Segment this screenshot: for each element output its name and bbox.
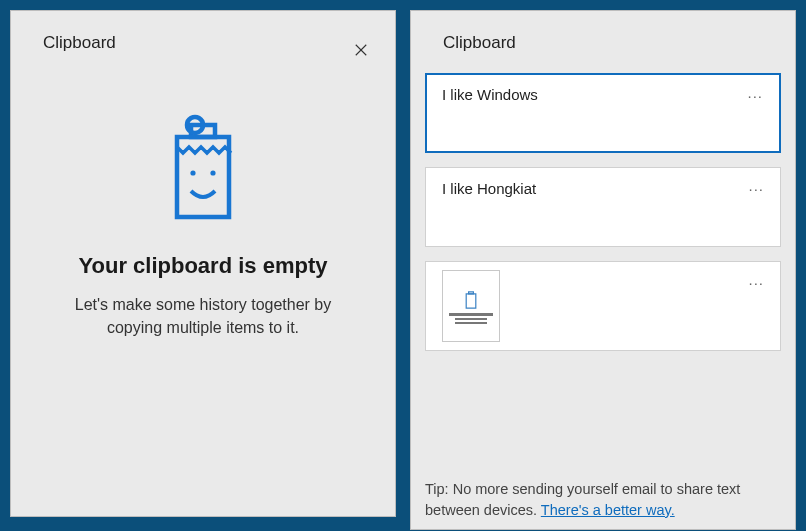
- svg-point-2: [190, 170, 195, 175]
- item-more-button[interactable]: ···: [747, 87, 763, 104]
- clipboard-item-text: I like Hongkiat: [442, 180, 764, 197]
- panel-title: Clipboard: [11, 11, 395, 53]
- more-icon: ···: [748, 180, 764, 197]
- tip-link[interactable]: There's a better way.: [541, 502, 675, 518]
- clipboard-history-panel: Clipboard I like Windows ··· I like Hong…: [410, 10, 796, 530]
- empty-state: Your clipboard is empty Let's make some …: [11, 53, 395, 339]
- clipboard-empty-panel: Clipboard Your clipboard is empty Let's …: [10, 10, 396, 517]
- history-list: I like Windows ··· I like Hongkiat ···: [411, 53, 795, 351]
- close-icon: [354, 43, 368, 57]
- thumb-text-line: [449, 313, 493, 316]
- clipboard-image-thumbnail: [442, 270, 500, 342]
- tip-bar: Tip: No more sending yourself email to s…: [425, 479, 781, 521]
- clipboard-item[interactable]: ···: [425, 261, 781, 351]
- item-more-button[interactable]: ···: [748, 274, 764, 291]
- panel-title: Clipboard: [411, 11, 795, 53]
- clipboard-item-text: I like Windows: [442, 86, 764, 103]
- clipboard-item[interactable]: I like Hongkiat ···: [425, 167, 781, 247]
- more-icon: ···: [748, 274, 764, 291]
- clipboard-smile-icon: [163, 113, 243, 223]
- close-button[interactable]: [352, 41, 370, 59]
- clipboard-smile-icon: [463, 289, 479, 311]
- clipboard-item[interactable]: I like Windows ···: [425, 73, 781, 153]
- empty-heading: Your clipboard is empty: [79, 253, 328, 279]
- thumb-text-line: [455, 322, 487, 324]
- empty-subtext: Let's make some history together by copy…: [53, 293, 353, 339]
- item-more-button[interactable]: ···: [748, 180, 764, 197]
- thumb-text-line: [455, 318, 487, 320]
- svg-point-3: [210, 170, 215, 175]
- more-icon: ···: [747, 87, 763, 104]
